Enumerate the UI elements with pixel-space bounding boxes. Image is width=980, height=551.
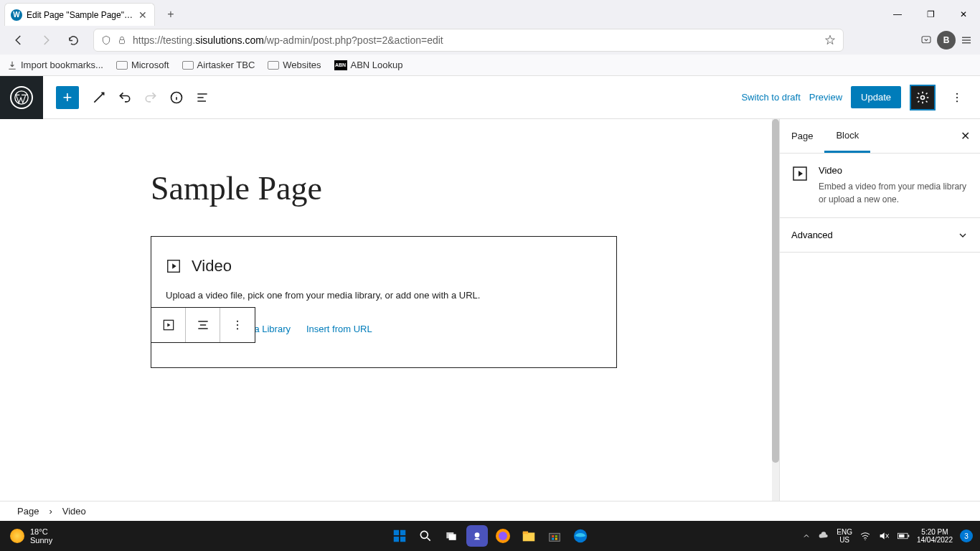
svg-point-7 [956,100,958,102]
align-button[interactable] [186,308,220,342]
scrollbar-thumb[interactable] [772,119,779,463]
advanced-label: Advanced [791,230,833,240]
add-block-button[interactable]: + [56,86,79,109]
breadcrumb-page[interactable]: Page [17,506,39,517]
redo-button [138,85,164,110]
outline-button[interactable] [189,85,215,110]
maximize-button[interactable]: ❐ [914,3,947,26]
search-button[interactable] [415,525,436,547]
back-button[interactable] [7,29,30,52]
windows-taskbar: 18°C Sunny ENGUS [0,521,980,551]
lock-icon [117,35,127,45]
advanced-panel[interactable]: Advanced [780,218,980,253]
firefox-icon[interactable] [492,525,514,547]
details-button[interactable] [164,85,189,110]
bookmark-airtasker[interactable]: Airtasker TBC [182,60,255,70]
volume-icon[interactable] [878,530,890,542]
browser-tab[interactable]: W Edit Page "Sample Page" ‹ My W ✕ [4,3,155,26]
svg-point-5 [956,93,958,94]
bookmark-websites[interactable]: Websites [268,60,321,70]
svg-rect-20 [449,534,456,540]
svg-point-21 [475,532,480,537]
tab-page[interactable]: Page [780,119,824,153]
svg-point-6 [956,96,958,98]
wordpress-logo-button[interactable] [0,76,43,119]
chevron-right-icon: › [49,506,52,517]
svg-rect-14 [394,530,399,535]
svg-rect-25 [523,532,528,534]
weather-temp: 18°C [30,527,52,536]
tray-expand-icon[interactable] [802,532,811,540]
undo-button[interactable] [112,85,138,110]
shield-icon [101,35,111,45]
bookmark-microsoft[interactable]: Microsoft [116,60,169,70]
svg-rect-26 [550,533,560,541]
svg-rect-34 [908,535,910,537]
close-window-button[interactable]: ✕ [947,3,980,26]
notifications-badge[interactable]: 3 [960,529,973,542]
svg-point-18 [420,531,428,538]
sidebar-block-description: Embed a video from your media library or… [819,180,969,206]
wordpress-icon [10,86,33,109]
weather-widget[interactable]: 18°C Sunny [0,527,52,545]
clock[interactable]: 5:20 PM14/04/2022 [917,528,953,544]
svg-point-11 [237,328,238,329]
bookmark-abn[interactable]: ABNABN Lookup [334,60,403,70]
wordpress-favicon-icon: W [11,9,22,21]
hamburger-menu-icon[interactable] [960,34,973,47]
store-icon[interactable] [544,525,565,547]
insert-from-url-button[interactable]: Insert from URL [306,324,372,334]
sidebar-block-title: Video [819,165,969,176]
svg-rect-16 [394,537,399,542]
file-explorer-icon[interactable] [518,525,540,547]
task-view-button[interactable] [440,525,462,547]
language-indicator[interactable]: ENGUS [837,528,852,544]
battery-icon[interactable] [897,531,910,541]
page-title[interactable]: Sample Page [151,169,772,207]
video-block-description: Upload a video file, pick one from your … [166,290,602,301]
scrollbar[interactable] [772,119,779,501]
preview-button[interactable]: Preview [809,92,842,103]
svg-point-9 [237,321,238,322]
minimize-button[interactable]: — [881,3,914,26]
tools-button[interactable] [86,85,112,110]
svg-rect-0 [120,39,125,43]
update-button[interactable]: Update [851,86,901,108]
settings-sidebar: Page Block ✕ Video Embed a video from yo… [779,119,980,501]
switch-to-draft-button[interactable]: Switch to draft [741,92,800,103]
chat-app-icon[interactable] [466,525,488,547]
bookmark-import[interactable]: Import bookmarks... [7,60,103,70]
folder-icon [268,61,279,70]
pocket-icon[interactable] [920,34,933,47]
breadcrumb-video[interactable]: Video [62,506,86,517]
abn-icon: ABN [334,60,347,70]
video-icon [791,165,809,182]
video-block[interactable]: Video Upload a video file, pick one from… [151,236,617,368]
editor-canvas[interactable]: Sample Page Video Upload a video file, p… [0,119,772,501]
options-button[interactable] [944,85,970,110]
onedrive-icon[interactable] [818,530,829,542]
block-toolbar [151,307,255,343]
block-more-button[interactable] [220,308,255,342]
wifi-icon[interactable] [859,530,871,542]
start-button[interactable] [389,525,410,547]
svg-rect-29 [552,538,554,540]
chevron-down-icon [957,230,969,241]
svg-point-32 [864,540,865,540]
bookmark-star-icon[interactable] [824,34,836,46]
svg-point-23 [499,532,507,540]
profile-button[interactable]: B [937,31,956,50]
address-bar[interactable]: https://testing.sisulutions.com/wp-admin… [93,29,844,52]
reload-button[interactable] [62,29,85,52]
tab-close-button[interactable]: ✕ [137,9,149,21]
settings-button[interactable] [910,85,936,110]
svg-rect-27 [552,535,554,537]
tab-block[interactable]: Block [824,119,870,153]
svg-rect-17 [400,537,405,542]
gear-icon [915,90,930,105]
edge-icon[interactable] [570,525,591,547]
block-type-button[interactable] [151,308,186,342]
close-sidebar-button[interactable]: ✕ [951,129,980,143]
svg-point-10 [237,324,238,326]
new-tab-button[interactable]: + [161,4,181,24]
